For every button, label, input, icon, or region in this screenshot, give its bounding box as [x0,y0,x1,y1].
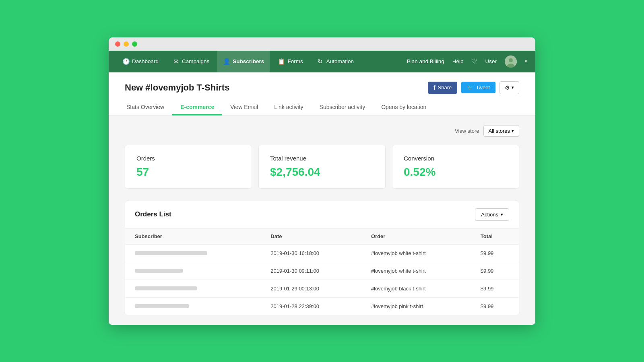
actions-button[interactable]: Actions ▾ [475,208,509,221]
plan-billing-link[interactable]: Plan and Billing [407,58,444,64]
navbar: 🕐 Dashboard ✉ Campaigns 👤 Subscribers 📋 … [109,51,535,72]
all-stores-button[interactable]: All stores ▾ [483,125,519,137]
orders-value: 57 [136,166,240,179]
traffic-light-red[interactable] [115,41,120,47]
share-button[interactable]: f Share [428,82,457,94]
cell-total-1: $9.99 [471,262,519,280]
view-store-label: View store [455,128,479,134]
cell-order-2: #lovemyjob black t-shirt [361,280,471,297]
col-header-subscriber: Subscriber [125,228,261,244]
cell-total-2: $9.99 [471,280,519,297]
col-header-total: Total [471,228,519,244]
cell-subscriber-1 [125,262,261,280]
tab-bar: Stats Overview E-commerce View Email Lin… [109,100,535,115]
tweet-button[interactable]: 🐦 Tweet [461,82,495,93]
page-title: New #lovemyjob T-Shirts [125,82,229,93]
subscriber-placeholder [135,304,189,308]
subscriber-placeholder [135,251,207,255]
user-avatar[interactable] [505,56,517,68]
col-header-order: Order [361,228,471,244]
col-header-date: Date [261,228,361,244]
nav-label-forms: Forms [287,58,303,64]
nav-item-campaigns[interactable]: ✉ Campaigns [167,51,215,72]
table-header-row: Subscriber Date Order Total [125,228,519,244]
revenue-value: $2,756.04 [270,166,374,179]
nav-label-dashboard: Dashboard [132,58,159,64]
cell-order-1: #lovemyjob white t-shirt [361,262,471,280]
revenue-label: Total revenue [270,155,374,162]
nav-right: Plan and Billing Help ♡ User ▾ [407,56,527,68]
cell-subscriber-2 [125,280,261,297]
orders-section: Orders List Actions ▾ Subscriber Da [125,201,519,315]
subscriber-placeholder [135,269,183,273]
cell-total-0: $9.99 [471,244,519,262]
page-header: New #lovemyjob T-Shirts f Share 🐦 Tweet … [109,72,535,94]
table-row: 2019-01-30 16:18:00 #lovemyjob white t-s… [125,244,519,262]
browser-titlebar [109,37,535,51]
facebook-icon: f [433,84,436,91]
traffic-light-yellow[interactable] [124,41,129,47]
nav-item-automation[interactable]: ↻ Automation [311,51,359,72]
tab-subscriber-activity[interactable]: Subscriber activity [312,100,374,115]
actions-chevron: ▾ [501,212,503,217]
subscriber-placeholder [135,286,197,290]
cell-date-3: 2019-01-28 22:39:00 [261,297,361,315]
orders-header: Orders List Actions ▾ [125,201,519,228]
traffic-light-green[interactable] [132,41,137,47]
user-label: User [485,58,497,64]
cell-order-3: #lovemyjob pink t-shirt [361,297,471,315]
nav-label-subscribers: Subscribers [233,58,264,64]
view-store-row: View store All stores ▾ [125,125,519,137]
help-link[interactable]: Help [452,58,464,64]
user-dropdown-chevron[interactable]: ▾ [525,59,527,64]
dashboard-icon: 🕐 [122,58,130,65]
orders-table: Subscriber Date Order Total [125,228,519,315]
cell-order-0: #lovemyjob white t-shirt [361,244,471,262]
cell-subscriber-3 [125,297,261,315]
conversion-value: 0.52% [404,166,508,179]
svg-point-1 [509,58,513,62]
all-stores-chevron: ▾ [512,128,514,134]
orders-label: Orders [136,155,240,162]
automation-icon: ↻ [317,58,324,65]
tab-stats-overview[interactable]: Stats Overview [125,100,172,115]
settings-chevron: ▾ [512,85,514,90]
nav-label-campaigns: Campaigns [182,58,209,64]
tab-opens-by-location[interactable]: Opens by location [373,100,434,115]
orders-list-title: Orders List [135,210,171,218]
heart-icon[interactable]: ♡ [471,58,477,65]
cell-total-3: $9.99 [471,297,519,315]
nav-item-subscribers[interactable]: 👤 Subscribers [217,51,270,72]
settings-button[interactable]: ⚙ ▾ [500,81,519,94]
table-row: 2019-01-30 09:11:00 #lovemyjob white t-s… [125,262,519,280]
cell-date-0: 2019-01-30 16:18:00 [261,244,361,262]
forms-icon: 📋 [278,58,285,65]
tab-view-email[interactable]: View Email [222,100,266,115]
header-actions: f Share 🐦 Tweet ⚙ ▾ [428,81,519,94]
content-area: New #lovemyjob T-Shirts f Share 🐦 Tweet … [109,72,535,325]
campaigns-icon: ✉ [172,58,180,65]
nav-item-forms[interactable]: 📋 Forms [272,51,308,72]
nav-item-dashboard[interactable]: 🕐 Dashboard [117,51,164,72]
table-row: 2019-01-28 22:39:00 #lovemyjob pink t-sh… [125,297,519,315]
cell-date-2: 2019-01-29 00:13:00 [261,280,361,297]
tab-link-activity[interactable]: Link activity [266,100,311,115]
stat-cards: Orders 57 Total revenue $2,756.04 Conver… [125,145,519,189]
cell-subscriber-0 [125,244,261,262]
subscribers-icon: 👤 [223,58,230,65]
orders-card: Orders 57 [125,145,252,189]
gear-icon: ⚙ [505,84,510,91]
nav-label-automation: Automation [326,58,354,64]
conversion-label: Conversion [404,155,508,162]
cell-date-1: 2019-01-30 09:11:00 [261,262,361,280]
table-row: 2019-01-29 00:13:00 #lovemyjob black t-s… [125,280,519,297]
tab-e-commerce[interactable]: E-commerce [172,100,222,115]
conversion-card: Conversion 0.52% [392,145,519,189]
browser-window: 🕐 Dashboard ✉ Campaigns 👤 Subscribers 📋 … [109,37,535,325]
revenue-card: Total revenue $2,756.04 [258,145,386,189]
main-content: View store All stores ▾ Orders 57 Total … [109,115,535,325]
nav-left: 🕐 Dashboard ✉ Campaigns 👤 Subscribers 📋 … [117,51,407,72]
twitter-icon: 🐦 [467,84,473,90]
